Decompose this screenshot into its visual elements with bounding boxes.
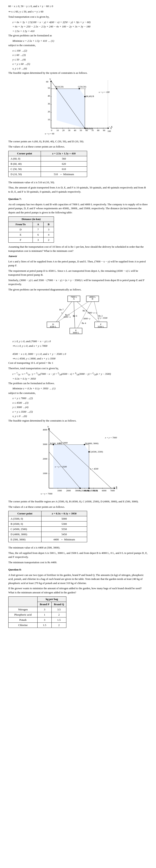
q6-conclusion-text: Thus, the amount of grain transported fr… [8,186,148,194]
svg-text:4000: 4000 [43,428,47,431]
col-header-point: Corner point [8,151,41,156]
table-row: E (500, 3000) 4400 ← Minimum [8,537,87,542]
svg-text:2000: 2000 [66,489,71,492]
cell-phosphoric-label: Phosphoric acid [8,612,38,617]
cell-F: F [8,238,33,243]
table-row: Nitrogen 3 3.5 [8,607,66,612]
svg-text:C(50,50): C(50,50) [78,85,86,88]
svg-text:4500 L: 4500 L [50,326,56,328]
eq-z-expand: = 6x + 3y + 250 − 2.5x − 2.5y + 240 − 4x… [12,25,148,29]
distance-table: Distance (in km) From/To A B D 7 3 E 6 4 [8,216,54,243]
q7-assumption: Assuming that the transportation cost of… [8,245,148,253]
q7-formulate: The problem can be formulated as follows… [8,381,148,385]
svg-text:(60,0) A: (60,0) A [85,127,93,130]
eq-z-result: = 2.5x + 1.5y + 410 [12,29,148,33]
table-row: D (10, 50) 510 ← Minimum [8,172,87,177]
q7-c-list-4: x + y ≥ 3500 ...(5) [12,410,148,414]
q7-c-list-5: x, y ≥ 0 ...(6) [12,414,148,418]
cell-nitrogen-p: 3 [38,607,52,612]
table-row: B (4500, 0) 5300 [8,522,87,527]
q7-answer-label: Answer [8,254,148,258]
q7-diagram-text: The given problem can be represented dia… [8,287,148,292]
svg-text:10: 10 [48,118,50,121]
q7-cost-text: Cost of transporting 10 L of petrol = Re… [8,361,148,365]
table-row: C (4500, 2500) 5550 [8,527,87,532]
cell-z: 610 [41,166,87,172]
svg-text:40: 40 [74,129,76,131]
cell-phosphoric-q: 2 [52,612,66,617]
q7-c-list-2: x ≤ 4500 ...(3) [12,401,148,405]
q7-setup1: Let x and y litres of oil be supplied fr… [8,259,148,268]
svg-text:80: 80 [97,129,100,131]
svg-text:3500 L: 3500 L [98,326,104,328]
svg-text:x + y = 100: x + y = 100 [99,91,110,93]
minimize-eq-q6: Minimize z = 2.5x + 1.5y + 410 ... (1) [12,39,148,43]
svg-text:Re 2: Re 2 [98,314,103,317]
line-2: ⇒ x ≤ 60, y ≤ 50, and x + y ≥ 60 [8,9,148,14]
corner-intro-q7: The corner points of the feasible region… [8,499,148,504]
cell-nitrogen-label: Nitrogen [8,607,38,612]
cell-EB: 4 [43,232,54,238]
cell-z: 620 [41,161,87,166]
diagram-q7: A 7000 L B 4000 L D 4500 L E 3000 L F 35… [8,295,148,337]
section-corner-q7: The corner points of the feasible region… [8,499,148,542]
cell-point: A (60, 0) [8,156,41,161]
svg-text:x: x [61,311,63,314]
svg-text:50: 50 [80,129,82,131]
cell-z: 4400 ← Minimum [41,537,87,542]
cell-chlorine-label: Chlorine [8,623,38,628]
svg-line-70 [56,302,72,322]
col-from-to: From/To [8,222,33,227]
svg-text:D(4000, 3000): D(4000, 3000) [85,442,99,445]
graph-q6: X Y 0 10 20 30 40 50 60 70 80 90 100 10 [8,78,148,137]
q7-setup3: Similarly, (3000 − y) L and 3500 − (7000… [8,278,148,286]
corner-table-q6: Corner point z = 2.5x + 1.5y + 410 A (60… [8,151,87,177]
svg-text:60: 60 [46,81,48,83]
dist-header: Distance (in km) [8,217,54,222]
q7-z-simplified: = 0.3x + 0.1y + 3950 [12,377,148,381]
q7-setup2: The requirement at petrol pump D is 4500… [8,269,148,277]
cell-EA: 6 [33,232,43,238]
q7-c1b: ⇒ x ≥ 0, y ≥ 0, and x + y ≤ 7000 [12,344,148,348]
table-row: Phosphoric acid 1 2 [8,612,66,617]
c1-q6: x ≤ 100 ...(2) [12,49,148,53]
svg-text:50: 50 [48,87,50,89]
svg-point-46 [56,88,57,89]
svg-text:6000: 6000 [102,489,107,492]
cell-chlorine-q: 2 [52,623,66,628]
svg-text:90: 90 [103,129,105,131]
svg-text:D(10,50): D(10,50) [55,85,64,88]
col-b: B [43,222,54,227]
svg-text:B(4500, 0): B(4500, 0) [88,489,98,492]
cell-z: 5300 [41,522,87,527]
question7-text: An oil company has two depots A and B wi… [8,203,148,215]
col-a: A [33,222,43,227]
q7-c1: x ≥ 0, y ≥ 0, and (7000 − x − y) ≥ 0 [12,339,148,343]
table-row: B (60, 40) 620 [8,161,87,166]
q7-c-list-1: x + y ≤ 7000 ...(2) [12,396,148,400]
svg-text:Re 3: Re 3 [65,313,70,316]
cell-z: 5450 [41,532,87,537]
question8-subtext: If the grower wants to minimize the amou… [8,586,148,594]
col-header-brand-q: Brand Q [52,602,66,607]
svg-text:y = 3000: y = 3000 [59,441,68,444]
cell-FB: 2 [43,238,54,243]
cell-point: C (50, 50) [8,166,41,172]
svg-marker-91 [48,428,50,429]
fertilizer-table: kg per bag Brand P Brand Q Nitrogen 3 3.… [8,596,66,628]
svg-text:x + y = 7000: x + y = 7000 [41,492,52,495]
q7-conclusion-1: Thus, the oil supplied from depot A is 5… [8,551,148,559]
q7-c2: 4500 − x ≥ 0, 3000 − y ≥ 0, and x + y − … [12,352,148,356]
col-header-z-q7: z = 0.3x + 0.1y + 3950 [41,511,87,516]
cell-z: 5550 [41,527,87,532]
svg-text:20: 20 [48,110,50,113]
cell-potash-q: 1.5 [52,617,66,623]
section-q7-conclusion: The minimum value of z is 4400 at (500, … [8,546,148,564]
corner-table-q7: Corner point z = 0.3x + 0.1y + 3950 A (3… [8,511,87,542]
corner-intro-q6: The corner points are A (60, 0), B (60, … [8,140,148,144]
svg-point-45 [79,88,80,89]
q6-min-text: The minimum value of z is 510 at (10, 50… [8,180,148,185]
cell-z: 5000 [41,516,87,522]
cell-point: D (4000, 3000) [8,532,41,537]
eq-z-def: z = 6x + 3y + 2.5(100 − x − y) + 4(60 − … [12,20,148,24]
